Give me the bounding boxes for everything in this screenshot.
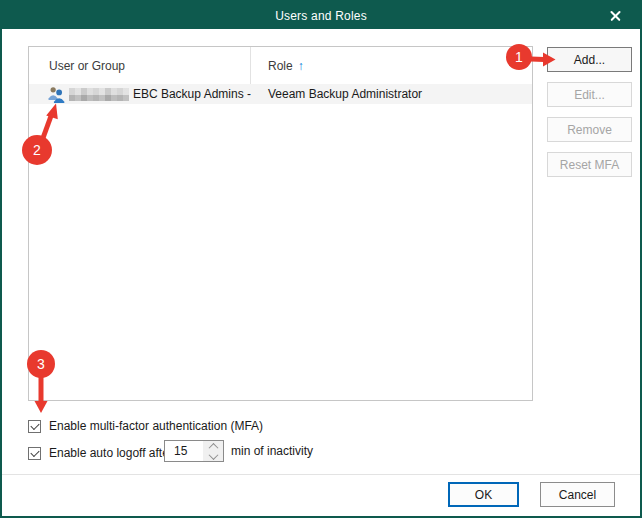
mfa-label: Enable multi-factor authentication (MFA) [49, 419, 263, 433]
auto-logoff-label-after: min of inactivity [231, 444, 313, 458]
auto-logoff-label-before: Enable auto logoff after [49, 446, 173, 460]
user-or-group-cell: EBC Backup Admins - [29, 85, 251, 104]
column-header-role[interactable]: Role ↑ [251, 47, 532, 84]
sort-ascending-icon: ↑ [298, 59, 304, 73]
cancel-button[interactable]: Cancel [540, 482, 615, 507]
ok-button[interactable]: OK [448, 482, 519, 507]
mfa-checkbox[interactable] [28, 420, 41, 433]
spinner-arrows [203, 441, 223, 461]
close-button[interactable] [598, 2, 632, 29]
auto-logoff-checkbox[interactable] [28, 447, 41, 460]
edit-button[interactable]: Edit... [547, 82, 632, 107]
auto-logoff-minutes-input[interactable] [165, 441, 203, 461]
annotation-number: 1 [515, 49, 523, 65]
checkmark-icon [30, 448, 39, 457]
checkmark-icon [30, 421, 39, 430]
remove-button[interactable]: Remove [547, 117, 632, 142]
user-name: EBC Backup Admins - [133, 87, 251, 101]
user-role: Veeam Backup Administrator [251, 87, 532, 101]
users-and-roles-dialog: Users and Roles User or Group Role ↑ [0, 0, 642, 518]
annotation-number: 2 [33, 142, 41, 158]
spinner-down-icon[interactable] [208, 450, 218, 460]
add-button[interactable]: Add... [547, 47, 632, 72]
auto-logoff-minutes-spinner [164, 440, 224, 462]
column-header-user-or-group[interactable]: User or Group [29, 47, 251, 84]
dialog-title: Users and Roles [275, 9, 367, 23]
list-header: User or Group Role ↑ [29, 47, 532, 84]
group-icon [47, 85, 65, 104]
reset-mfa-button[interactable]: Reset MFA [547, 152, 632, 177]
close-icon [610, 10, 621, 21]
column-label: Role [268, 59, 293, 73]
auto-logoff-option-row: Enable auto logoff after [28, 446, 173, 460]
annotation-badge-3: 3 [27, 350, 55, 378]
mfa-option-row: Enable multi-factor authentication (MFA) [28, 419, 263, 433]
footer-separator [2, 474, 640, 475]
annotation-number: 3 [37, 356, 45, 372]
annotation-badge-2: 2 [22, 135, 52, 165]
table-row[interactable]: EBC Backup Admins - Veeam Backup Adminis… [29, 84, 532, 104]
annotation-badge-1: 1 [506, 44, 532, 70]
title-bar: Users and Roles [2, 2, 640, 29]
users-list: User or Group Role ↑ EBC Backup Admins -… [28, 46, 533, 401]
column-label: User or Group [49, 59, 125, 73]
redacted-text [69, 88, 129, 101]
